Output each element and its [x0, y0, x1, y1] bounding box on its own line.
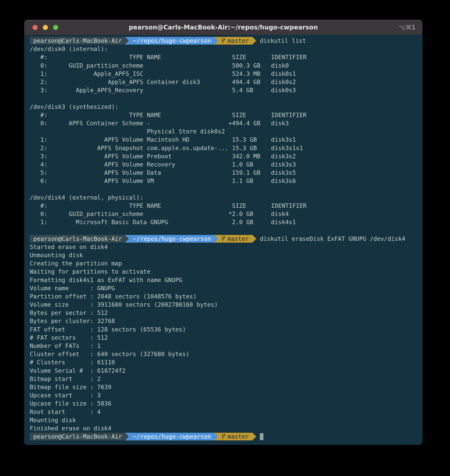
- terminal-output-line: Bitmap file size : 7639: [30, 383, 422, 391]
- powerline-separator-icon: [125, 433, 129, 440]
- output-text: FAT offset : 128 sectors (65536 bytes): [30, 326, 186, 333]
- command-text: diskutil list: [260, 37, 306, 44]
- output-text: /dev/disk4 (external, physical):: [30, 194, 143, 201]
- window-title: pearson@Carls-MacBook-Air:~/repos/hugo-c…: [24, 24, 422, 31]
- terminal-output-line: Unmounting disk: [30, 251, 422, 259]
- terminal-output-line: [30, 94, 422, 102]
- output-text: 0: APFS Container Scheme - +494.4 GB dis…: [30, 120, 289, 127]
- terminal-output-line: 0: GUID_partition_scheme *2.0 GB disk4: [30, 210, 422, 218]
- output-text: Volume name : GNUPG: [30, 285, 115, 292]
- output-text: 5: APFS Volume Data 159.1 GB disk3s5: [30, 169, 296, 176]
- output-text: Partition offset : 2048 sectors (1048576…: [30, 293, 197, 300]
- output-text: /dev/disk0 (internal):: [30, 46, 108, 52]
- git-branch-icon: [221, 38, 225, 44]
- powerline-separator-icon: [214, 37, 218, 45]
- output-text: Bitmap start : 2: [30, 376, 101, 382]
- close-button[interactable]: [33, 25, 38, 30]
- output-text: Volume Serial # : 610724f2: [30, 367, 126, 374]
- output-text: #: TYPE NAME SIZE IDENTIFIER: [30, 202, 306, 209]
- terminal-output-line: FAT offset : 128 sectors (65536 bytes): [30, 325, 422, 334]
- shell-prompt: pearson@Carls-MacBook-Air ~/repos/hugo-c…: [30, 235, 256, 243]
- output-text: 2: APFS Snapshot com.apple.os.update-...…: [30, 145, 303, 151]
- output-text: 1: APFS Volume Macintosh HD 15.3 GB disk…: [30, 136, 296, 143]
- terminal-output-line: Volume size : 3911680 sectors (200278016…: [30, 301, 422, 309]
- terminal-cursor: [260, 433, 263, 440]
- terminal-output-line: Finished erase on disk4: [30, 424, 422, 432]
- terminal-output-line: Upcase file size : 5836: [30, 399, 422, 408]
- terminal-output-line: #: TYPE NAME SIZE IDENTIFIER: [30, 111, 422, 119]
- terminal-output-line: 3: Apple_APFS_Recovery 5.4 GB disk0s3: [30, 86, 422, 94]
- terminal-output-line: # FAT sectors : 512: [30, 334, 422, 342]
- terminal-output-line: 1: Apple_APFS_ISC 524.3 MB disk0s1: [30, 70, 422, 78]
- terminal-output-line: Mounting disk: [30, 416, 422, 424]
- traffic-lights: [24, 25, 58, 30]
- prompt-directory: ~/repos/hugo-cwpearson: [129, 235, 214, 243]
- shell-prompt: pearson@Carls-MacBook-Air ~/repos/hugo-c…: [30, 37, 256, 45]
- terminal-content[interactable]: pearson@Carls-MacBook-Air ~/repos/hugo-c…: [24, 35, 422, 441]
- terminal-output-line: [30, 226, 422, 234]
- command-text: diskutil eraseDisk ExFAT GNUPG /dev/disk…: [260, 235, 405, 242]
- terminal-output-line: Upcase start : 3: [30, 391, 422, 399]
- output-text: #: TYPE NAME SIZE IDENTIFIER: [30, 112, 306, 118]
- terminal-output-line: 5: APFS Volume Data 159.1 GB disk3s5: [30, 169, 422, 177]
- prompt-git-segment: master: [218, 37, 252, 45]
- terminal-output-line: # Clusters : 61110: [30, 358, 422, 366]
- output-text: Creating the partition map: [30, 260, 122, 267]
- window-shortcut-hint: ⌥⌘1: [398, 24, 422, 31]
- output-text: 1: Microsoft Basic Data GNUPG 2.0 GB dis…: [30, 219, 296, 225]
- output-text: Bytes per sector : 512: [30, 309, 108, 316]
- output-text: # Clusters : 61110: [30, 359, 115, 366]
- output-text: #: TYPE NAME SIZE IDENTIFIER: [30, 54, 306, 60]
- minimize-button[interactable]: [43, 25, 48, 30]
- output-text: Waiting for partitions to activate: [30, 268, 150, 275]
- git-branch-icon: [221, 433, 225, 440]
- prompt-user-host: pearson@Carls-MacBook-Air: [30, 433, 125, 440]
- terminal-prompt-line: pearson@Carls-MacBook-Air ~/repos/hugo-c…: [30, 235, 422, 243]
- powerline-separator-icon: [252, 433, 256, 440]
- terminal-output-line: 2: Apple_APFS Container disk3 494.4 GB d…: [30, 78, 422, 86]
- output-text: # FAT sectors : 512: [30, 334, 108, 341]
- prompt-user-host: pearson@Carls-MacBook-Air: [30, 235, 125, 243]
- terminal-output-line: Creating the partition map: [30, 259, 422, 267]
- terminal-output-line: Formatting disk4s1 as ExFAT with name GN…: [30, 276, 422, 284]
- output-text: Bitmap file size : 7639: [30, 384, 111, 390]
- desktop: { "titlebar": { "title": "pearson@Carls-…: [0, 0, 450, 476]
- terminal-output-line: Volume name : GNUPG: [30, 284, 422, 292]
- prompt-user-host: pearson@Carls-MacBook-Air: [30, 37, 125, 45]
- output-text: 2: Apple_APFS Container disk3 494.4 GB d…: [30, 79, 296, 85]
- terminal-output-line: 0: APFS Container Scheme - +494.4 GB dis…: [30, 119, 422, 127]
- terminal-output-line: Physical Store disk0s2: [30, 127, 422, 136]
- terminal-output-line: Number of FATs : 1: [30, 342, 422, 350]
- output-text: 0: GUID_partition_scheme *2.0 GB disk4: [30, 211, 289, 217]
- output-text: 4: APFS Volume Recovery 1.0 GB disk3s3: [30, 161, 296, 168]
- terminal-output-line: Root start : 4: [30, 408, 422, 416]
- terminal-output-line: Volume Serial # : 610724f2: [30, 367, 422, 375]
- output-text: Formatting disk4s1 as ExFAT with name GN…: [30, 277, 182, 283]
- output-text: Unmounting disk: [30, 252, 83, 258]
- powerline-separator-icon: [252, 37, 256, 45]
- prompt-git-segment: master: [218, 235, 252, 243]
- terminal-output-line: Partition offset : 2048 sectors (1048576…: [30, 292, 422, 301]
- output-text: 0: GUID_partition_scheme 500.3 GB disk0: [30, 62, 289, 69]
- output-text: Mounting disk: [30, 417, 76, 423]
- git-branch-icon: [221, 236, 225, 242]
- terminal-output-line: 3: APFS Volume Preboot 342.0 MB disk3s2: [30, 152, 422, 160]
- terminal-output-line: 1: APFS Volume Macintosh HD 15.3 GB disk…: [30, 136, 422, 144]
- powerline-separator-icon: [214, 235, 218, 243]
- output-text: Upcase start : 3: [30, 392, 101, 399]
- powerline-separator-icon: [214, 433, 218, 440]
- zoom-button[interactable]: [53, 25, 58, 30]
- prompt-directory: ~/repos/hugo-cwpearson: [129, 433, 214, 440]
- terminal-output-line: 0: GUID_partition_scheme 500.3 GB disk0: [30, 61, 422, 70]
- window-titlebar[interactable]: pearson@Carls-MacBook-Air:~/repos/hugo-c…: [24, 20, 422, 35]
- prompt-git-branch: master: [228, 37, 249, 44]
- terminal-output-line: Waiting for partitions to activate: [30, 267, 422, 276]
- output-text: Root start : 4: [30, 409, 101, 415]
- terminal-output-line: 2: APFS Snapshot com.apple.os.update-...…: [30, 144, 422, 152]
- output-text: Physical Store disk0s2: [30, 128, 225, 135]
- terminal-prompt-line: pearson@Carls-MacBook-Air ~/repos/hugo-c…: [30, 432, 422, 441]
- output-text: Bytes per cluster: 32768: [30, 318, 115, 324]
- output-text: /dev/disk3 (synthesized):: [30, 104, 118, 110]
- terminal-output-line: /dev/disk0 (internal):: [30, 45, 422, 53]
- terminal-output-line: #: TYPE NAME SIZE IDENTIFIER: [30, 202, 422, 210]
